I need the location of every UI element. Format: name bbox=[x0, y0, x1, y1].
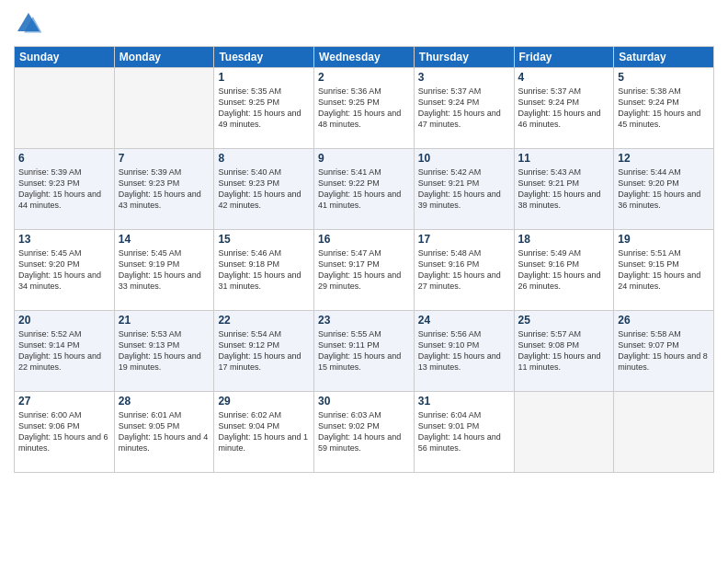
cell-info: Sunrise: 5:41 AMSunset: 9:22 PMDaylight:… bbox=[318, 167, 410, 212]
cell-info: Sunrise: 5:52 AMSunset: 9:14 PMDaylight:… bbox=[18, 328, 110, 373]
calendar-cell: 21Sunrise: 5:53 AMSunset: 9:13 PMDayligh… bbox=[114, 311, 214, 392]
cell-info: Sunrise: 5:55 AMSunset: 9:11 PMDaylight:… bbox=[318, 328, 410, 373]
cell-info: Sunrise: 5:35 AMSunset: 9:25 PMDaylight:… bbox=[218, 86, 310, 131]
calendar-cell: 28Sunrise: 6:01 AMSunset: 9:05 PMDayligh… bbox=[114, 392, 214, 473]
calendar-cell: 20Sunrise: 5:52 AMSunset: 9:14 PMDayligh… bbox=[15, 311, 115, 392]
week-row-3: 13Sunrise: 5:45 AMSunset: 9:20 PMDayligh… bbox=[15, 230, 714, 311]
calendar-cell: 30Sunrise: 6:03 AMSunset: 9:02 PMDayligh… bbox=[314, 392, 415, 473]
day-number: 8 bbox=[218, 152, 310, 165]
calendar-cell: 14Sunrise: 5:45 AMSunset: 9:19 PMDayligh… bbox=[114, 230, 214, 311]
cell-info: Sunrise: 5:57 AMSunset: 9:08 PMDaylight:… bbox=[518, 328, 610, 373]
day-number: 2 bbox=[318, 71, 410, 84]
week-row-5: 27Sunrise: 6:00 AMSunset: 9:06 PMDayligh… bbox=[15, 392, 714, 473]
day-number: 3 bbox=[418, 71, 510, 84]
day-number: 23 bbox=[318, 314, 410, 327]
day-number: 29 bbox=[218, 395, 310, 408]
cell-info: Sunrise: 5:45 AMSunset: 9:19 PMDaylight:… bbox=[119, 247, 210, 293]
logo-icon bbox=[14, 9, 43, 39]
day-number: 9 bbox=[318, 152, 410, 165]
day-number: 24 bbox=[418, 314, 510, 327]
calendar-cell: 1Sunrise: 5:35 AMSunset: 9:25 PMDaylight… bbox=[214, 68, 314, 149]
calendar-cell bbox=[15, 68, 115, 149]
header bbox=[14, 9, 714, 39]
calendar-cell: 11Sunrise: 5:43 AMSunset: 9:21 PMDayligh… bbox=[514, 149, 614, 230]
week-row-2: 6Sunrise: 5:39 AMSunset: 9:23 PMDaylight… bbox=[15, 149, 714, 230]
calendar-cell: 7Sunrise: 5:39 AMSunset: 9:23 PMDaylight… bbox=[114, 149, 214, 230]
calendar-cell: 2Sunrise: 5:36 AMSunset: 9:25 PMDaylight… bbox=[314, 68, 415, 149]
calendar-cell bbox=[114, 68, 214, 149]
cell-info: Sunrise: 5:36 AMSunset: 9:25 PMDaylight:… bbox=[318, 86, 410, 131]
cell-info: Sunrise: 5:56 AMSunset: 9:10 PMDaylight:… bbox=[418, 328, 510, 373]
cell-info: Sunrise: 5:49 AMSunset: 9:16 PMDaylight:… bbox=[518, 247, 610, 293]
calendar-cell: 10Sunrise: 5:42 AMSunset: 9:21 PMDayligh… bbox=[414, 149, 514, 230]
col-header-thursday: Thursday bbox=[414, 47, 514, 68]
day-number: 28 bbox=[119, 395, 210, 408]
calendar-cell bbox=[514, 392, 614, 473]
day-number: 26 bbox=[618, 314, 710, 327]
cell-info: Sunrise: 5:40 AMSunset: 9:23 PMDaylight:… bbox=[218, 167, 310, 212]
calendar-cell: 4Sunrise: 5:37 AMSunset: 9:24 PMDaylight… bbox=[514, 68, 614, 149]
cell-info: Sunrise: 5:37 AMSunset: 9:24 PMDaylight:… bbox=[518, 86, 610, 131]
calendar-cell: 25Sunrise: 5:57 AMSunset: 9:08 PMDayligh… bbox=[514, 311, 614, 392]
week-row-4: 20Sunrise: 5:52 AMSunset: 9:14 PMDayligh… bbox=[15, 311, 714, 392]
cell-info: Sunrise: 5:51 AMSunset: 9:15 PMDaylight:… bbox=[618, 247, 710, 293]
calendar-cell: 13Sunrise: 5:45 AMSunset: 9:20 PMDayligh… bbox=[15, 230, 115, 311]
calendar-cell: 26Sunrise: 5:58 AMSunset: 9:07 PMDayligh… bbox=[614, 311, 714, 392]
cell-info: Sunrise: 6:00 AMSunset: 9:06 PMDaylight:… bbox=[18, 409, 110, 454]
cell-info: Sunrise: 6:03 AMSunset: 9:02 PMDaylight:… bbox=[318, 409, 410, 454]
day-number: 25 bbox=[518, 314, 610, 327]
day-number: 7 bbox=[119, 152, 210, 165]
calendar-cell: 12Sunrise: 5:44 AMSunset: 9:20 PMDayligh… bbox=[614, 149, 714, 230]
header-row: SundayMondayTuesdayWednesdayThursdayFrid… bbox=[15, 47, 714, 68]
cell-info: Sunrise: 5:38 AMSunset: 9:24 PMDaylight:… bbox=[618, 86, 710, 131]
cell-info: Sunrise: 5:45 AMSunset: 9:20 PMDaylight:… bbox=[18, 247, 110, 293]
day-number: 18 bbox=[518, 233, 610, 246]
day-number: 10 bbox=[418, 152, 510, 165]
cell-info: Sunrise: 6:04 AMSunset: 9:01 PMDaylight:… bbox=[418, 409, 510, 454]
day-number: 6 bbox=[18, 152, 110, 165]
day-number: 21 bbox=[119, 314, 210, 327]
calendar-cell: 24Sunrise: 5:56 AMSunset: 9:10 PMDayligh… bbox=[414, 311, 514, 392]
calendar-cell: 16Sunrise: 5:47 AMSunset: 9:17 PMDayligh… bbox=[314, 230, 415, 311]
calendar-cell: 22Sunrise: 5:54 AMSunset: 9:12 PMDayligh… bbox=[214, 311, 314, 392]
day-number: 31 bbox=[418, 395, 510, 408]
col-header-friday: Friday bbox=[514, 47, 614, 68]
calendar-cell: 18Sunrise: 5:49 AMSunset: 9:16 PMDayligh… bbox=[514, 230, 614, 311]
col-header-saturday: Saturday bbox=[614, 47, 714, 68]
day-number: 30 bbox=[318, 395, 410, 408]
day-number: 11 bbox=[518, 152, 610, 165]
calendar-cell: 29Sunrise: 6:02 AMSunset: 9:04 PMDayligh… bbox=[214, 392, 314, 473]
page: SundayMondayTuesdayWednesdayThursdayFrid… bbox=[0, 0, 728, 563]
cell-info: Sunrise: 5:39 AMSunset: 9:23 PMDaylight:… bbox=[119, 167, 210, 212]
day-number: 19 bbox=[618, 233, 710, 246]
calendar-cell: 5Sunrise: 5:38 AMSunset: 9:24 PMDaylight… bbox=[614, 68, 714, 149]
calendar-cell: 6Sunrise: 5:39 AMSunset: 9:23 PMDaylight… bbox=[15, 149, 115, 230]
calendar-cell: 27Sunrise: 6:00 AMSunset: 9:06 PMDayligh… bbox=[15, 392, 115, 473]
calendar-cell: 31Sunrise: 6:04 AMSunset: 9:01 PMDayligh… bbox=[414, 392, 514, 473]
cell-info: Sunrise: 5:58 AMSunset: 9:07 PMDaylight:… bbox=[618, 328, 710, 373]
cell-info: Sunrise: 5:43 AMSunset: 9:21 PMDaylight:… bbox=[518, 167, 610, 212]
calendar-cell bbox=[614, 392, 714, 473]
col-header-tuesday: Tuesday bbox=[214, 47, 314, 68]
day-number: 14 bbox=[119, 233, 210, 246]
day-number: 4 bbox=[518, 71, 610, 84]
cell-info: Sunrise: 5:48 AMSunset: 9:16 PMDaylight:… bbox=[418, 247, 510, 293]
cell-info: Sunrise: 5:42 AMSunset: 9:21 PMDaylight:… bbox=[418, 167, 510, 212]
week-row-1: 1Sunrise: 5:35 AMSunset: 9:25 PMDaylight… bbox=[15, 68, 714, 149]
calendar-cell: 3Sunrise: 5:37 AMSunset: 9:24 PMDaylight… bbox=[414, 68, 514, 149]
cell-info: Sunrise: 5:47 AMSunset: 9:17 PMDaylight:… bbox=[318, 247, 410, 293]
calendar-cell: 8Sunrise: 5:40 AMSunset: 9:23 PMDaylight… bbox=[214, 149, 314, 230]
calendar-cell: 15Sunrise: 5:46 AMSunset: 9:18 PMDayligh… bbox=[214, 230, 314, 311]
cell-info: Sunrise: 5:53 AMSunset: 9:13 PMDaylight:… bbox=[119, 328, 210, 373]
cell-info: Sunrise: 5:46 AMSunset: 9:18 PMDaylight:… bbox=[218, 247, 310, 293]
col-header-monday: Monday bbox=[114, 47, 214, 68]
calendar: SundayMondayTuesdayWednesdayThursdayFrid… bbox=[14, 46, 714, 473]
day-number: 13 bbox=[18, 233, 110, 246]
cell-info: Sunrise: 6:02 AMSunset: 9:04 PMDaylight:… bbox=[218, 409, 310, 454]
calendar-cell: 9Sunrise: 5:41 AMSunset: 9:22 PMDaylight… bbox=[314, 149, 415, 230]
day-number: 5 bbox=[618, 71, 710, 84]
day-number: 27 bbox=[18, 395, 110, 408]
day-number: 17 bbox=[418, 233, 510, 246]
cell-info: Sunrise: 5:39 AMSunset: 9:23 PMDaylight:… bbox=[18, 167, 110, 212]
cell-info: Sunrise: 5:37 AMSunset: 9:24 PMDaylight:… bbox=[418, 86, 510, 131]
